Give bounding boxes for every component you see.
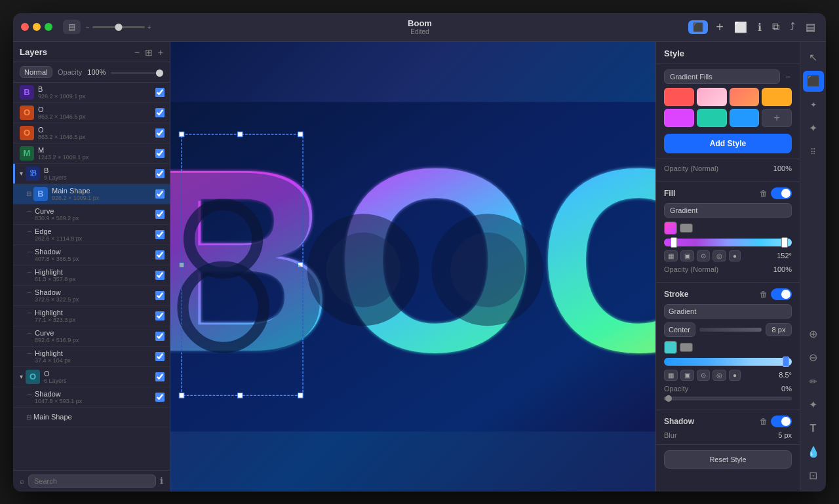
- angle-btn-4[interactable]: ◎: [712, 250, 726, 262]
- fill-toggle[interactable]: [771, 187, 792, 199]
- add-style-button[interactable]: Add Style: [664, 134, 792, 153]
- layer-visibility-edge[interactable]: [155, 230, 165, 239]
- layer-item-o-top2[interactable]: O O 863.2 × 1046.5 px: [13, 123, 170, 144]
- stroke-trash-button[interactable]: 🗑: [759, 289, 768, 300]
- swatch-coral[interactable]: [730, 88, 760, 106]
- sidebar-toggle-button[interactable]: ▤: [63, 20, 81, 34]
- gradient-fills-select[interactable]: Gradient Fills: [664, 69, 780, 84]
- layer-item-shadow2[interactable]: ⌒ Shadow 372.6 × 322.5 px: [13, 286, 170, 306]
- gradient-fills-minus[interactable]: −: [784, 70, 792, 83]
- stroke-gradient-handle[interactable]: [783, 357, 789, 367]
- layer-item-curve1[interactable]: ⌒ Curve 830.9 × 589.2 px: [13, 204, 170, 225]
- zoom-out-tool[interactable]: ⊖: [803, 347, 824, 368]
- layer-item-b-top[interactable]: B B 926.2 × 1009.1 px: [13, 83, 170, 103]
- layer-item-highlight1[interactable]: ⌒ Highlight 61.3 × 357.8 px: [13, 265, 170, 286]
- grid-tool[interactable]: ⠿: [803, 142, 824, 163]
- stroke-angle-btn-2[interactable]: ▣: [680, 370, 694, 381]
- stroke-position-select[interactable]: Center: [664, 322, 695, 337]
- expand-chevron-o[interactable]: ▾: [20, 373, 23, 380]
- stroke-type-select[interactable]: Gradient: [664, 304, 792, 319]
- layer-item-main-shape2[interactable]: ⊟ Main Shape: [13, 408, 170, 427]
- angle-btn-2[interactable]: ▣: [680, 250, 694, 262]
- layer-item-curve2[interactable]: ⌒ Curve 892.6 × 516.9 px: [13, 326, 170, 347]
- zoom-slider[interactable]: [92, 26, 145, 28]
- close-button[interactable]: [21, 23, 29, 31]
- layer-visibility-curve2[interactable]: [155, 332, 165, 341]
- layer-visibility-main-shape[interactable]: [155, 189, 165, 199]
- expand-chevron-b[interactable]: ▾: [20, 170, 23, 177]
- cursor-tool[interactable]: ↖: [803, 47, 824, 68]
- wand-tool[interactable]: ✦: [803, 395, 824, 416]
- export-button[interactable]: ⬜: [732, 20, 750, 35]
- layer-visibility-highlight3[interactable]: [155, 352, 165, 361]
- layer-visibility-shadow1[interactable]: [155, 250, 165, 260]
- stroke-stop-2[interactable]: [680, 343, 693, 352]
- angle-btn-5[interactable]: ●: [729, 250, 741, 262]
- stroke-stop-1[interactable]: [664, 341, 677, 354]
- brush-tool[interactable]: ✏: [803, 371, 824, 392]
- gradient-stop-1[interactable]: [664, 222, 677, 235]
- layers-info-button[interactable]: ℹ: [160, 476, 163, 486]
- layer-item-shadow1[interactable]: ⌒ Shadow 407.8 × 366.5 px: [13, 245, 170, 265]
- layer-item-o-top1[interactable]: O O 863.2 × 1046.5 px: [13, 103, 170, 123]
- search-input[interactable]: [28, 475, 156, 488]
- stroke-angle-btn-5[interactable]: ●: [729, 370, 741, 381]
- layer-visibility-o1[interactable]: [155, 108, 165, 117]
- text-tool[interactable]: T: [803, 418, 824, 439]
- layers-minus-icon[interactable]: −: [134, 47, 140, 58]
- swatch-teal[interactable]: [697, 109, 727, 127]
- layer-item-main-shape[interactable]: ⊟ B Main Shape 926.2 × 1009.1 px: [13, 184, 170, 204]
- swatch-pink[interactable]: [697, 88, 727, 106]
- zoom-in-tool[interactable]: ⊕: [803, 324, 824, 345]
- layer-visibility-o-group[interactable]: [155, 372, 165, 381]
- layer-item-o-group[interactable]: ▾ O O 6 Layers: [13, 367, 170, 387]
- layer-visibility-highlight1[interactable]: [155, 271, 165, 280]
- layers-grid-icon[interactable]: ⊞: [145, 47, 153, 58]
- share-icon-button[interactable]: ⤴: [787, 20, 798, 34]
- swatch-purple[interactable]: [664, 109, 694, 127]
- stroke-opacity-track[interactable]: [664, 397, 792, 400]
- pages-button[interactable]: ⧉: [770, 20, 782, 34]
- layer-item-m[interactable]: M M 1243.2 × 1009.1 px: [13, 144, 170, 164]
- shape-library-tool[interactable]: ⬛: [803, 71, 824, 92]
- minimize-button[interactable]: [33, 23, 41, 31]
- layer-visibility-o2[interactable]: [155, 128, 165, 138]
- layer-visibility-highlight2[interactable]: [155, 311, 165, 320]
- layer-visibility-curve1[interactable]: [155, 210, 165, 219]
- blend-mode-select[interactable]: Normal: [20, 66, 52, 78]
- layer-item-highlight2[interactable]: ⌒ Highlight 77.1 × 323.3 px: [13, 306, 170, 326]
- stroke-width-input[interactable]: [766, 323, 792, 336]
- fill-trash-button[interactable]: 🗑: [759, 188, 768, 199]
- gradient-stop-2[interactable]: [680, 223, 693, 233]
- layer-item-edge[interactable]: ⌒ Edge 262.6 × 1114.8 px: [13, 225, 170, 245]
- swatch-red[interactable]: [664, 88, 694, 106]
- shapes-toolbar-button[interactable]: ⬛: [688, 20, 708, 34]
- maximize-button[interactable]: [45, 23, 52, 31]
- layer-item-shadow3[interactable]: ⌒ Shadow 1047.8 × 593.1 px: [13, 387, 170, 408]
- draw-tool[interactable]: ✦: [803, 94, 824, 115]
- angle-btn-1[interactable]: ▦: [664, 250, 678, 262]
- layer-visibility[interactable]: [155, 88, 165, 97]
- fill-gradient-track[interactable]: [664, 239, 792, 246]
- stroke-angle-btn-3[interactable]: ⊙: [697, 370, 710, 381]
- view-toggle-button[interactable]: ▤: [803, 20, 818, 35]
- layer-visibility-shadow2[interactable]: [155, 291, 165, 300]
- layer-item-b-group[interactable]: ▾ 𝔅 B 9 Layers: [13, 164, 170, 184]
- crop-tool[interactable]: ⊡: [803, 465, 824, 486]
- stroke-toggle[interactable]: [771, 288, 792, 300]
- star-tool[interactable]: ✦: [803, 118, 824, 139]
- layer-visibility-b-group[interactable]: [155, 169, 165, 178]
- stroke-width-track[interactable]: [699, 328, 762, 332]
- add-button[interactable]: +: [713, 18, 726, 36]
- gradient-handle-right[interactable]: [781, 237, 788, 248]
- swatch-blue[interactable]: [730, 109, 760, 127]
- canvas-area[interactable]: BOO: [170, 42, 655, 492]
- shadow-toggle[interactable]: [771, 416, 792, 427]
- reset-style-button[interactable]: Reset Style: [664, 450, 792, 469]
- stroke-angle-btn-1[interactable]: ▦: [664, 370, 678, 381]
- layer-visibility-m[interactable]: [155, 149, 165, 158]
- fill-type-select[interactable]: Gradient: [664, 203, 792, 218]
- info-button[interactable]: ℹ: [755, 20, 764, 35]
- layer-item-highlight3[interactable]: ⌒ Highlight 37.4 × 104 px: [13, 347, 170, 367]
- stroke-gradient-track[interactable]: [664, 358, 792, 366]
